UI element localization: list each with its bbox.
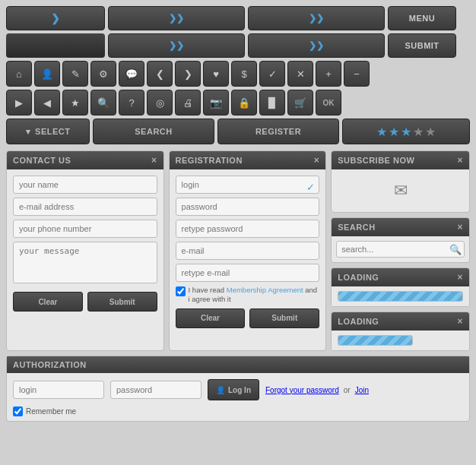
- arrow-right-icon-btn[interactable]: ▶: [6, 90, 32, 115]
- menu-label: MENU: [409, 14, 435, 23]
- loading2-bar-container: [332, 331, 469, 350]
- toolbar-btn-2[interactable]: ❯❯: [108, 6, 245, 30]
- loading1-bar: [338, 291, 463, 302]
- star-5[interactable]: ★: [425, 125, 436, 139]
- star-2[interactable]: ★: [389, 125, 399, 139]
- authorization-panel-body: 👤 Log In Forgot your password or Join: [7, 373, 469, 406]
- contact-panel-title: CONTACT US: [13, 156, 71, 165]
- contact-message-input[interactable]: [13, 242, 157, 283]
- panels-row: CONTACT US × Clear Submit REGISTRATION ×…: [6, 150, 470, 351]
- chevron-down-icon-btn[interactable]: ❮: [147, 61, 173, 87]
- star-1[interactable]: ★: [376, 125, 387, 139]
- registration-panel: REGISTRATION × ✓ I have read Membership …: [169, 150, 327, 351]
- home-icon-btn[interactable]: ⌂: [6, 61, 32, 87]
- chat-icon-btn[interactable]: 💬: [119, 61, 144, 87]
- contact-panel-body: Clear Submit: [7, 169, 163, 318]
- right-panels: SUBSCRIBE NOW × ✉ SEARCH × 🔍 LOADI: [331, 150, 470, 351]
- reg-login-input[interactable]: [176, 176, 320, 194]
- ok-icon-btn[interactable]: OK: [316, 90, 341, 115]
- minus-icon-btn[interactable]: −: [344, 61, 370, 87]
- search-bar-button[interactable]: SEARCH: [93, 119, 214, 144]
- join-link[interactable]: Join: [355, 386, 369, 394]
- remember-checkbox[interactable]: [13, 406, 23, 416]
- action-row: ▾ SELECT SEARCH REGISTER ★ ★ ★ ★ ★: [6, 119, 470, 144]
- times-icon-btn[interactable]: ✕: [287, 61, 313, 87]
- auth-password-input[interactable]: [110, 381, 202, 399]
- pencil-icon-btn[interactable]: ✎: [62, 61, 88, 87]
- login-check-icon: ✓: [306, 181, 315, 192]
- person-icon: 👤: [216, 386, 225, 394]
- arrow-left-icon-btn[interactable]: ◀: [34, 90, 60, 115]
- reg-submit-button[interactable]: Submit: [249, 308, 319, 328]
- submit-button[interactable]: SUBMIT: [388, 33, 456, 58]
- search-close-button[interactable]: ×: [457, 222, 463, 232]
- loading2-panel-header: LOADING ×: [332, 312, 469, 331]
- subscribe-panel-title: SUBSCRIBE NOW: [338, 156, 414, 165]
- check-icon-btn[interactable]: ✓: [259, 61, 285, 87]
- toolbar-row-1: ❯ ❯❯ ❯❯ MENU: [6, 6, 470, 30]
- contact-close-button[interactable]: ×: [151, 155, 157, 166]
- chevron-down-icon: ❯: [51, 12, 61, 24]
- contact-email-input[interactable]: [13, 198, 157, 216]
- login-button[interactable]: 👤 Log In: [208, 379, 259, 400]
- search-bar-label: SEARCH: [135, 127, 172, 136]
- loading-panel-2: LOADING ×: [331, 312, 470, 351]
- toolbar-btn-3[interactable]: ❯❯: [248, 6, 385, 30]
- dollar-icon-btn[interactable]: $: [231, 61, 257, 87]
- lock-icon-btn[interactable]: 🔒: [231, 90, 257, 115]
- search-panel-input[interactable]: [336, 241, 465, 258]
- reg-email-input[interactable]: [176, 242, 320, 260]
- star-icon-btn[interactable]: ★: [62, 90, 88, 115]
- question-icon-btn[interactable]: ?: [119, 90, 144, 115]
- star-rating[interactable]: ★ ★ ★ ★ ★: [342, 119, 470, 144]
- loading2-close-button[interactable]: ×: [457, 316, 463, 327]
- login-button-label: Log In: [228, 386, 251, 394]
- contact-submit-button[interactable]: Submit: [87, 292, 157, 312]
- contact-name-input[interactable]: [13, 176, 157, 194]
- reg-password-input[interactable]: [176, 198, 320, 216]
- slider-1[interactable]: [6, 33, 105, 58]
- barchart-icon-btn[interactable]: ▉: [259, 90, 285, 115]
- registration-close-button[interactable]: ×: [314, 155, 320, 166]
- register-button[interactable]: REGISTER: [217, 119, 339, 144]
- remember-row: Remember me: [7, 406, 469, 421]
- auth-login-input[interactable]: [13, 381, 104, 399]
- search-icon-btn[interactable]: 🔍: [90, 90, 116, 115]
- loading-panel-1: LOADING ×: [331, 267, 470, 307]
- contact-phone-input[interactable]: [13, 220, 157, 238]
- or-label: or: [344, 386, 351, 394]
- print-icon-btn[interactable]: 🖨: [175, 90, 201, 115]
- reg-retype-email-input[interactable]: [176, 264, 320, 282]
- toolbar-btn-1[interactable]: ❯: [6, 6, 105, 30]
- contact-clear-button[interactable]: Clear: [13, 292, 83, 312]
- select-button[interactable]: ▾ SELECT: [6, 119, 90, 144]
- subscribe-close-button[interactable]: ×: [457, 155, 463, 166]
- plus-icon-btn[interactable]: +: [316, 61, 341, 87]
- reg-clear-button[interactable]: Clear: [176, 308, 246, 328]
- menu-button[interactable]: MENU: [388, 6, 456, 30]
- user-icon-btn[interactable]: 👤: [34, 61, 60, 87]
- agreement-checkbox[interactable]: [176, 286, 186, 296]
- camera-icon-btn[interactable]: 📷: [203, 90, 229, 115]
- chevron-dbl-icon: ❯❯: [169, 13, 185, 24]
- search-panel-title: SEARCH: [338, 223, 375, 232]
- loading1-panel-header: LOADING ×: [332, 268, 469, 286]
- reg-retype-password-input[interactable]: [176, 220, 320, 238]
- forgot-password-link[interactable]: Forgot your password: [265, 386, 339, 394]
- subscribe-panel: SUBSCRIBE NOW × ✉: [331, 150, 470, 213]
- heart-icon-btn[interactable]: ♥: [203, 61, 229, 87]
- remember-label: Remember me: [26, 407, 76, 416]
- loading1-close-button[interactable]: ×: [457, 272, 463, 283]
- star-3[interactable]: ★: [401, 125, 411, 139]
- icon-grid-1: ⌂ 👤 ✎ ⚙ 💬 ❮ ❯ ♥ $ ✓ ✕ + −: [6, 61, 470, 87]
- loading1-panel-title: LOADING: [338, 273, 379, 282]
- gear-icon-btn[interactable]: ⚙: [90, 61, 116, 87]
- register-label: REGISTER: [255, 127, 301, 136]
- agreement-link[interactable]: Membership Agreement: [227, 286, 303, 294]
- star-4[interactable]: ★: [413, 125, 424, 139]
- cart-icon-btn[interactable]: 🛒: [287, 90, 313, 115]
- toolbar-btn-4[interactable]: ❯❯: [108, 33, 245, 58]
- rss-icon-btn[interactable]: ◎: [147, 90, 173, 115]
- toolbar-btn-5[interactable]: ❯❯: [248, 33, 385, 58]
- chevron-up-icon-btn[interactable]: ❯: [175, 61, 201, 87]
